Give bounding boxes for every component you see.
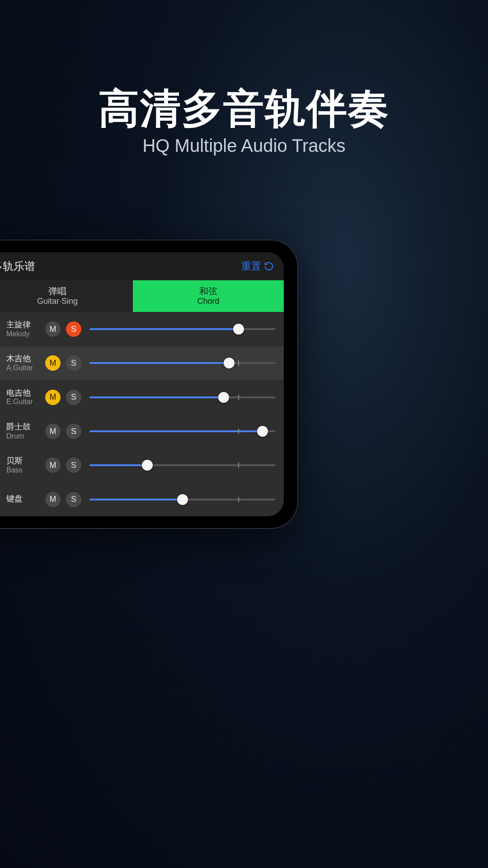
track-name-cn: 爵士鼓 [6,423,45,432]
track-name-en: Bass [6,466,45,474]
mute-button[interactable]: M [45,424,61,439]
volume-slider[interactable] [89,458,276,473]
tab-label-cn: 弹唱 [48,286,66,297]
volume-slider[interactable] [89,390,276,405]
slider-default-tick [238,497,239,502]
bass-icon [0,459,6,471]
volume-slider[interactable] [89,321,276,337]
piano-icon [0,494,6,505]
eguitar-icon [0,392,6,403]
solo-button[interactable]: S [66,458,81,473]
solo-button[interactable]: S [66,424,81,439]
track-name-cn: 木吉他 [6,354,45,363]
volume-slider[interactable] [89,424,276,439]
slider-thumb[interactable] [218,392,229,403]
reset-label: 重置 [241,259,261,273]
phone-frame: 多轨乐谱 重置 弹唱 Guitar·Sing 和弦 Chord [0,240,298,529]
slider-default-tick [238,462,239,468]
slider-default-tick [238,395,239,400]
mic-icon [0,357,6,369]
track-row[interactable]: 木吉他 A.Guitar M S [0,346,284,380]
solo-button[interactable]: S [66,355,81,371]
tab-guitar-sing[interactable]: 弹唱 Guitar·Sing [0,280,133,312]
volume-slider[interactable] [89,492,276,507]
track-name-cn: 电吉他 [6,389,45,398]
slider-fill [89,362,229,364]
solo-button[interactable]: S [66,492,81,507]
track-labels: 木吉他 A.Guitar [6,354,45,372]
track-labels: 主旋律 Melody [6,321,45,338]
slider-fill [89,396,224,398]
track-row[interactable]: 键盘 M S [0,482,284,516]
track-row[interactable]: 主旋律 Melody M S [0,312,284,346]
tab-label-en: Chord [197,297,219,306]
slider-thumb[interactable] [177,494,188,505]
slider-thumb[interactable] [233,324,244,335]
slider-fill [89,499,183,500]
mode-tabs: 弹唱 Guitar·Sing 和弦 Chord [0,280,284,312]
hero-subtitle-en: HQ Multiple Audio Tracks [0,136,488,156]
track-name-cn: 贝斯 [6,457,45,466]
mute-button[interactable]: M [45,355,61,371]
slider-fill [89,328,239,330]
track-labels: 爵士鼓 Drum [6,423,45,440]
solo-button[interactable]: S [66,321,81,337]
slider-fill [89,430,263,432]
mute-button[interactable]: M [45,458,61,473]
reset-button[interactable]: 重置 [241,259,274,273]
track-row[interactable]: 电吉他 E.Guitar M S [0,380,284,414]
track-labels: 键盘 [6,495,45,504]
track-list: 主旋律 Melody M S 木吉他 A.Guitar M S [0,312,284,516]
slider-default-tick [238,429,239,434]
track-name-en: A.Guitar [6,364,45,372]
volume-slider[interactable] [89,355,276,371]
tab-label-en: Guitar·Sing [37,297,78,306]
app-header: 多轨乐谱 重置 [0,252,284,280]
track-name-en: Melody [6,330,45,338]
slider-default-tick [238,360,239,366]
track-row[interactable]: 贝斯 Bass M S [0,448,284,482]
app-title: 多轨乐谱 [0,259,35,274]
app-screen: 多轨乐谱 重置 弹唱 Guitar·Sing 和弦 Chord [0,252,284,516]
slider-thumb[interactable] [257,426,268,437]
drum-icon [0,425,6,437]
track-row[interactable]: 爵士鼓 Drum M S [0,414,284,448]
mute-button[interactable]: M [45,390,61,405]
person-icon [0,323,6,335]
track-name-cn: 键盘 [6,495,45,504]
track-name-cn: 主旋律 [6,321,45,330]
tab-chord[interactable]: 和弦 Chord [133,280,284,312]
mute-button[interactable]: M [45,492,61,507]
slider-thumb[interactable] [142,460,153,471]
slider-fill [89,464,147,466]
hero-title-cn: 高清多音轨伴奏 [0,81,488,137]
track-labels: 贝斯 Bass [6,457,45,474]
solo-button[interactable]: S [66,390,81,405]
slider-thumb[interactable] [224,358,235,368]
tab-label-cn: 和弦 [199,286,217,297]
track-name-en: E.Guitar [6,398,45,406]
track-name-en: Drum [6,432,45,440]
mute-button[interactable]: M [45,321,61,337]
track-labels: 电吉他 E.Guitar [6,389,45,406]
reset-icon [264,261,274,271]
